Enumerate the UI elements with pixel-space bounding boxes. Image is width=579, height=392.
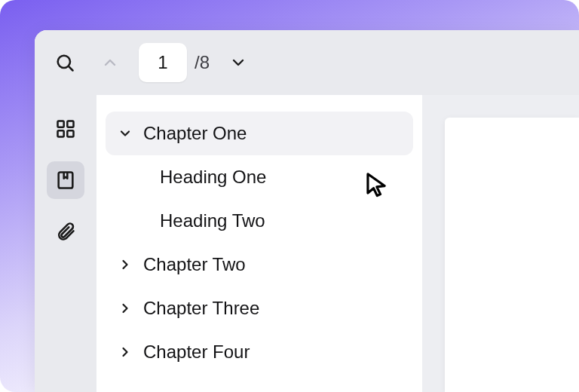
- app-window: /8: [35, 30, 579, 392]
- chevron-right-icon: [118, 257, 133, 272]
- toolbar: /8: [35, 30, 579, 95]
- expand-toggle[interactable]: [115, 301, 136, 316]
- bookmark-icon: [55, 170, 76, 191]
- svg-rect-5: [67, 130, 73, 136]
- outline-item-label: Heading One: [160, 167, 266, 188]
- expand-toggle[interactable]: [115, 345, 136, 360]
- chevron-up-icon: [101, 54, 119, 72]
- page-content: [445, 118, 579, 392]
- outline-item-label: Chapter Two: [143, 254, 246, 275]
- outline-item-chapter-three[interactable]: Chapter Three: [106, 286, 413, 330]
- outline-item-label: Chapter One: [143, 123, 247, 144]
- outline-item-chapter-two[interactable]: Chapter Two: [106, 243, 413, 286]
- outline-item-heading-two[interactable]: Heading Two: [106, 199, 413, 243]
- outline-item-heading-one[interactable]: Heading One: [106, 155, 413, 199]
- expand-toggle[interactable]: [115, 257, 136, 272]
- search-button[interactable]: [48, 46, 81, 79]
- outline-item-label: Chapter Three: [143, 298, 259, 319]
- chevron-down-icon: [118, 126, 133, 141]
- outline-button[interactable]: [47, 161, 84, 199]
- left-rail: [35, 95, 96, 392]
- grid-icon: [55, 118, 76, 139]
- document-viewport[interactable]: [422, 95, 579, 392]
- main-area: Chapter One Heading One Heading Two Chap…: [35, 95, 579, 392]
- thumbnails-button[interactable]: [47, 110, 84, 148]
- search-icon: [54, 52, 75, 73]
- outline-item-label: Chapter Four: [143, 341, 250, 363]
- previous-page-button[interactable]: [93, 46, 127, 79]
- svg-rect-6: [59, 173, 73, 188]
- page-number-input[interactable]: [139, 43, 187, 82]
- page-navigator: /8: [139, 43, 210, 82]
- next-page-button[interactable]: [222, 46, 255, 79]
- outline-panel: Chapter One Heading One Heading Two Chap…: [96, 95, 422, 392]
- attachments-button[interactable]: [47, 213, 84, 250]
- svg-rect-3: [67, 121, 73, 127]
- outline-item-chapter-four[interactable]: Chapter Four: [106, 330, 413, 374]
- page-total-label: /8: [195, 52, 210, 73]
- outline-item-chapter-one[interactable]: Chapter One: [106, 112, 413, 155]
- chevron-right-icon: [118, 345, 133, 360]
- outline-item-label: Heading Two: [160, 210, 265, 231]
- chevron-right-icon: [118, 301, 133, 316]
- svg-line-1: [69, 66, 73, 71]
- chevron-down-icon: [229, 54, 247, 72]
- collapse-toggle[interactable]: [115, 126, 136, 141]
- svg-rect-4: [58, 130, 64, 136]
- svg-rect-2: [58, 121, 64, 127]
- background-gradient: /8: [0, 0, 579, 392]
- paperclip-icon: [55, 221, 76, 242]
